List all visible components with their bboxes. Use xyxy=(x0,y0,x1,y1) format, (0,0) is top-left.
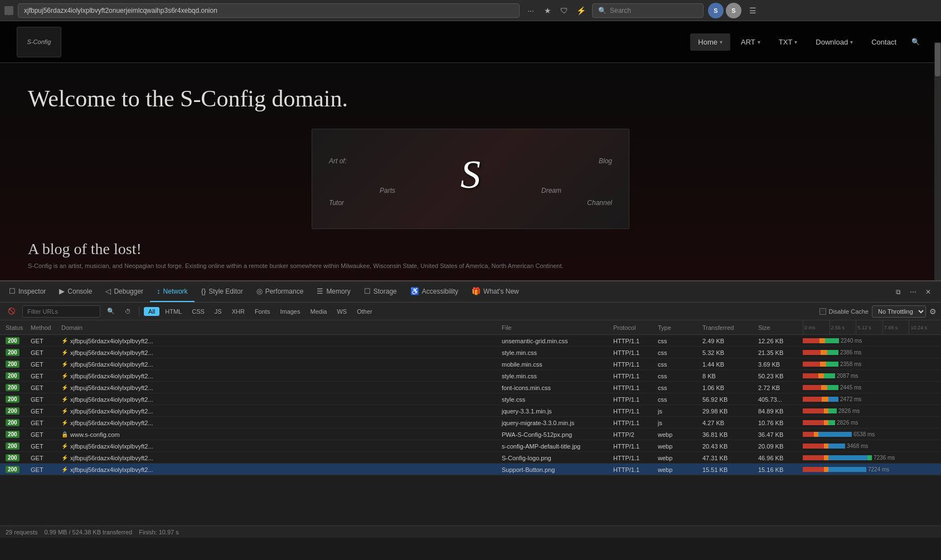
browser-chrome: xjfbpuj56rdazx4iolylxplbvyft2onuerjeimlc… xyxy=(0,0,941,21)
extension-icon[interactable]: ⚡ xyxy=(574,4,588,17)
td-domain: 🔒www.s-config.com xyxy=(58,431,498,438)
td-timeline: 6538 ms xyxy=(799,428,939,440)
requests-count: 29 requests xyxy=(6,529,37,535)
td-size: 36.47 KB xyxy=(755,431,799,438)
td-domain: ⚡xjfbpuj56rdazx4iolylxplbvyft2... xyxy=(58,455,498,461)
filter-xhr[interactable]: XHR xyxy=(227,307,249,316)
tab-network[interactable]: ↕ Network xyxy=(150,281,195,302)
table-row[interactable]: 200GET⚡xjfbpuj56rdazx4iolylxplbvyft2...s… xyxy=(0,370,941,382)
bookmark-btn[interactable]: ★ xyxy=(541,4,554,17)
profile-icon-2[interactable]: S xyxy=(726,3,741,18)
browser-more-btn[interactable]: ··· xyxy=(524,4,537,17)
tab-memory[interactable]: ☰ Memory xyxy=(310,281,357,302)
td-file: jquery-3.3.1.min.js xyxy=(498,408,610,415)
scroll-thumb[interactable] xyxy=(935,43,940,76)
table-row[interactable]: 200GET⚡xjfbpuj56rdazx4iolylxplbvyft2...S… xyxy=(0,452,941,464)
table-row[interactable]: 200GET⚡xjfbpuj56rdazx4iolylxplbvyft2...s… xyxy=(0,440,941,452)
nav-art[interactable]: ART ▾ xyxy=(733,33,768,51)
tab-debugger-label: Debugger xyxy=(114,288,143,295)
nav-search-icon[interactable]: 🔍 xyxy=(907,33,924,50)
tab-whats-new[interactable]: 🎁 What's New xyxy=(465,281,526,302)
td-transferred: 47.31 KB xyxy=(699,455,755,461)
td-transferred: 15.51 KB xyxy=(699,466,755,473)
th-file[interactable]: File xyxy=(498,324,610,331)
logo-label: S-Config xyxy=(27,38,51,45)
tab-console[interactable]: ▶ Console xyxy=(52,281,99,302)
td-protocol: HTTP/1.1 xyxy=(610,396,654,403)
td-method: GET xyxy=(27,373,58,379)
site-nav: S-Config Home ▾ ART ▾ TXT ▾ Download ▾ C… xyxy=(0,21,941,63)
table-row[interactable]: 200GET⚡xjfbpuj56rdazx4iolylxplbvyft2...s… xyxy=(0,393,941,405)
th-size[interactable]: Size xyxy=(755,324,799,331)
devtools-more-btn[interactable]: ⋯ xyxy=(906,286,920,298)
table-row[interactable]: 200GET🔒www.s-config.comPWA-S-Config-512p… xyxy=(0,428,941,440)
tab-accessibility-label: Accessibility xyxy=(422,288,458,295)
th-status[interactable]: Status xyxy=(2,324,27,331)
nav-txt[interactable]: TXT ▾ xyxy=(771,33,806,51)
table-row[interactable]: 200GET⚡xjfbpuj56rdazx4iolylxplbvyft2...j… xyxy=(0,417,941,428)
disable-cache-checkbox[interactable] xyxy=(819,308,826,315)
browser-menu-btn[interactable]: ☰ xyxy=(746,4,759,17)
timer-btn[interactable]: ⏱ xyxy=(122,306,134,316)
tab-inspector[interactable]: ☐ Inspector xyxy=(2,281,52,302)
hero-link-channel: Channel xyxy=(587,199,612,207)
filter-media[interactable]: Media xyxy=(305,307,331,316)
tab-network-label: Network xyxy=(163,288,188,295)
td-status: 200 xyxy=(2,407,27,415)
disable-cache-label[interactable]: Disable Cache xyxy=(819,308,869,315)
hero-image: Art of: Blog S Parts Dream Tutor Channel xyxy=(312,129,629,229)
filter-css[interactable]: CSS xyxy=(187,307,209,316)
tab-performance[interactable]: ◎ Performance xyxy=(250,281,311,302)
table-row[interactable]: 200GET⚡xjfbpuj56rdazx4iolylxplbvyft2...m… xyxy=(0,358,941,370)
clear-btn[interactable]: 🚫 xyxy=(4,306,19,316)
table-row[interactable]: 200GET⚡xjfbpuj56rdazx4iolylxplbvyft2...j… xyxy=(0,405,941,417)
filter-input[interactable] xyxy=(22,305,100,318)
search-icon: 🔍 xyxy=(598,7,607,14)
throttle-select[interactable]: No Throttling xyxy=(872,305,926,318)
td-timeline: 2472 ms xyxy=(799,393,939,405)
shield-icon[interactable]: 🛡 xyxy=(557,4,571,17)
devtools-undock-btn[interactable]: ⧉ xyxy=(893,286,904,298)
search-box[interactable]: 🔍 Search xyxy=(592,3,704,18)
tab-storage[interactable]: ☐ Storage xyxy=(357,281,404,302)
url-bar[interactable]: xjfbpuj56rdazx4iolylxplbvyft2onuerjeimlc… xyxy=(18,3,520,18)
tab-debugger[interactable]: ◁ Debugger xyxy=(99,281,150,302)
filter-html[interactable]: HTML xyxy=(161,307,186,316)
th-method[interactable]: Method xyxy=(27,324,58,331)
td-method: GET xyxy=(27,384,58,391)
nav-contact[interactable]: Contact xyxy=(864,33,904,51)
td-protocol: HTTP/1.1 xyxy=(610,349,654,356)
filter-all[interactable]: All xyxy=(144,307,159,316)
table-row[interactable]: 200GET⚡xjfbpuj56rdazx4iolylxplbvyft2...f… xyxy=(0,382,941,393)
filter-ws[interactable]: WS xyxy=(332,307,351,316)
network-settings-icon[interactable]: ⚙ xyxy=(929,307,937,316)
browser-actions: ··· ★ 🛡 ⚡ xyxy=(524,4,588,17)
filter-other[interactable]: Other xyxy=(352,307,377,316)
nav-download[interactable]: Download ▾ xyxy=(808,33,861,51)
td-protocol: HTTP/1.1 xyxy=(610,455,654,461)
table-row[interactable]: 200GET⚡xjfbpuj56rdazx4iolylxplbvyft2...u… xyxy=(0,335,941,347)
filter-images[interactable]: Images xyxy=(275,307,304,316)
td-size: 12.26 KB xyxy=(755,338,799,344)
th-protocol[interactable]: Protocol xyxy=(610,324,654,331)
td-transferred: 4.27 KB xyxy=(699,420,755,426)
td-status: 200 xyxy=(2,349,27,356)
tab-style-editor[interactable]: {} Style Editor xyxy=(195,281,250,302)
filter-fonts[interactable]: Fonts xyxy=(250,307,275,316)
td-file: font-icons.min.css xyxy=(498,384,610,391)
search-btn[interactable]: 🔍 xyxy=(104,306,118,316)
th-type[interactable]: Type xyxy=(654,324,699,331)
scroll-track[interactable] xyxy=(934,42,941,280)
network-toolbar: 🚫 🔍 ⏱ All HTML CSS JS XHR Fonts Images M… xyxy=(0,303,941,320)
td-protocol: HTTP/1.1 xyxy=(610,420,654,426)
filter-js[interactable]: JS xyxy=(210,307,226,316)
devtools-close-btn[interactable]: ✕ xyxy=(922,286,934,298)
table-row[interactable]: 200GET⚡xjfbpuj56rdazx4iolylxplbvyft2...S… xyxy=(0,464,941,475)
tab-accessibility[interactable]: ♿ Accessibility xyxy=(404,281,465,302)
nav-home[interactable]: Home ▾ xyxy=(690,33,730,51)
table-row[interactable]: 200GET⚡xjfbpuj56rdazx4iolylxplbvyft2...s… xyxy=(0,347,941,358)
profile-icon-1[interactable]: S xyxy=(708,3,724,18)
th-timeline[interactable]: 0 ms 2.56 s 5.12 s 7.68 s 10.24 s xyxy=(799,320,939,335)
th-domain[interactable]: Domain xyxy=(58,324,498,331)
th-transferred[interactable]: Transferred xyxy=(699,324,755,331)
